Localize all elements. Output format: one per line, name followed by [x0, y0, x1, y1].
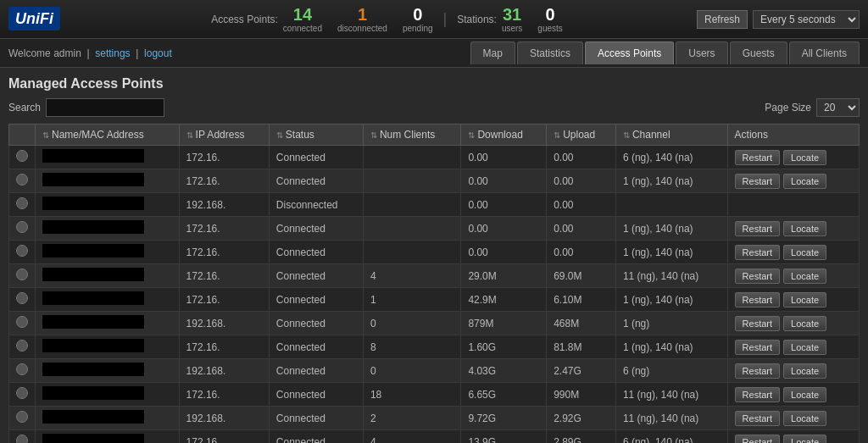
- name-mac-cell: [36, 430, 180, 444]
- upload-cell: 0.00: [547, 217, 616, 241]
- stations-label: Stations:: [457, 14, 497, 25]
- ip-cell: 172.16.: [179, 430, 269, 444]
- locate-button[interactable]: Locate: [783, 174, 826, 189]
- download-cell: 9.72G: [461, 407, 547, 430]
- restart-button[interactable]: Restart: [735, 269, 780, 284]
- restart-button[interactable]: Restart: [735, 340, 780, 355]
- upload-cell: 468M: [547, 312, 616, 335]
- restart-button[interactable]: Restart: [735, 174, 780, 189]
- locate-button[interactable]: Locate: [783, 316, 826, 331]
- tab-map[interactable]: Map: [470, 42, 515, 64]
- locate-button[interactable]: Locate: [783, 435, 826, 444]
- tab-users[interactable]: Users: [676, 42, 727, 64]
- upload-cell: 2.92G: [547, 407, 616, 430]
- status-cell: Connected: [269, 241, 363, 264]
- ap-icon: [16, 150, 28, 162]
- locate-button[interactable]: Locate: [783, 292, 826, 307]
- restart-button[interactable]: Restart: [735, 150, 780, 165]
- restart-button[interactable]: Restart: [735, 387, 780, 402]
- download-cell: 1.60G: [461, 335, 547, 359]
- refresh-area: Refresh Every 5 seconds Every 10 seconds…: [697, 10, 860, 29]
- tab-guests[interactable]: Guests: [730, 42, 787, 64]
- page-size-label: Page Size: [765, 102, 811, 114]
- col-download[interactable]: ⇅Download: [461, 125, 547, 146]
- restart-button[interactable]: Restart: [735, 363, 780, 379]
- num-clients-cell: 4: [363, 430, 461, 444]
- search-input[interactable]: [46, 98, 164, 117]
- tab-all-clients[interactable]: All Clients: [789, 42, 860, 64]
- ap-pending-label: pending: [403, 24, 433, 33]
- status-cell: Connected: [269, 335, 363, 359]
- logout-link[interactable]: logout: [144, 47, 172, 59]
- num-clients-cell: [363, 241, 461, 264]
- col-status[interactable]: ⇅Status: [269, 125, 363, 146]
- locate-button[interactable]: Locate: [783, 387, 826, 402]
- name-mac-redacted: [42, 291, 144, 305]
- restart-button[interactable]: Restart: [735, 221, 780, 236]
- locate-button[interactable]: Locate: [783, 363, 826, 379]
- stations-users-num: 31: [502, 5, 522, 24]
- name-mac-cell: [36, 241, 180, 264]
- row-icon-cell: [9, 312, 36, 335]
- locate-button[interactable]: Locate: [783, 340, 826, 355]
- name-mac-cell: [36, 383, 180, 407]
- settings-link[interactable]: settings: [95, 47, 130, 59]
- channel-cell: 1 (ng), 140 (na): [615, 241, 727, 264]
- locate-button[interactable]: Locate: [783, 221, 826, 236]
- ip-cell: 192.168.: [179, 359, 269, 383]
- refresh-interval-select[interactable]: Every 5 seconds Every 10 seconds Every 3…: [753, 10, 860, 29]
- page-size-area: Page Size 10 20 50 100: [765, 98, 860, 117]
- ap-stats: Access Points: 14 connected 1 disconnect…: [77, 5, 697, 33]
- ap-disconnected-stat: 1 disconnected: [337, 5, 387, 33]
- locate-button[interactable]: Locate: [783, 269, 826, 284]
- upload-cell: 81.8M: [547, 335, 616, 359]
- col-name-mac[interactable]: ⇅Name/MAC Address: [36, 125, 180, 146]
- tab-access-points[interactable]: Access Points: [585, 42, 674, 64]
- channel-cell: 1 (ng), 140 (na): [615, 169, 727, 193]
- channel-cell: 1 (ng), 140 (na): [615, 335, 727, 359]
- ap-disconnected-num: 1: [337, 5, 387, 24]
- table-row: 192.168.Connected0879M468M1 (ng)RestartL…: [9, 312, 860, 335]
- refresh-button[interactable]: Refresh: [697, 10, 748, 29]
- restart-button[interactable]: Restart: [735, 316, 780, 331]
- ap-icon: [16, 174, 28, 186]
- row-icon-cell: [9, 193, 36, 217]
- name-mac-redacted: [42, 268, 144, 281]
- restart-button[interactable]: Restart: [735, 292, 780, 307]
- ap-icon: [16, 197, 28, 209]
- action-buttons: RestartLocate: [735, 340, 852, 355]
- ap-icon: [16, 340, 28, 352]
- restart-button[interactable]: Restart: [735, 245, 780, 260]
- action-buttons: RestartLocate: [735, 221, 852, 236]
- table-row: 192.168.Connected29.72G2.92G11 (ng), 140…: [9, 407, 860, 430]
- row-icon-cell: [9, 217, 36, 241]
- stations-guests-label: guests: [537, 24, 562, 33]
- channel-cell: 11 (ng), 140 (na): [615, 264, 727, 288]
- locate-button[interactable]: Locate: [783, 411, 826, 426]
- download-cell: 0.00: [461, 146, 547, 169]
- restart-button[interactable]: Restart: [735, 411, 780, 426]
- row-icon-cell: [9, 146, 36, 169]
- locate-button[interactable]: Locate: [783, 245, 826, 260]
- page-size-select[interactable]: 10 20 50 100: [816, 98, 860, 117]
- download-cell: 42.9M: [461, 288, 547, 312]
- channel-cell: 1 (ng): [615, 312, 727, 335]
- col-num-clients[interactable]: ⇅Num Clients: [363, 125, 461, 146]
- col-upload[interactable]: ⇅Upload: [547, 125, 616, 146]
- table-row: 172.16.Connected81.60G81.8M1 (ng), 140 (…: [9, 335, 860, 359]
- action-buttons: RestartLocate: [735, 411, 852, 426]
- tab-statistics[interactable]: Statistics: [517, 42, 583, 64]
- row-icon-cell: [9, 288, 36, 312]
- locate-button[interactable]: Locate: [783, 150, 826, 165]
- col-channel[interactable]: ⇅Channel: [615, 125, 727, 146]
- welcome-text: Welcome admin: [8, 47, 81, 59]
- upload-cell: 0.00: [547, 146, 616, 169]
- name-mac-cell: [36, 312, 180, 335]
- col-ip[interactable]: ⇅IP Address: [179, 125, 269, 146]
- upload-cell: 2.47G: [547, 359, 616, 383]
- num-clients-cell: 0: [363, 359, 461, 383]
- num-clients-cell: 8: [363, 335, 461, 359]
- name-mac-redacted: [42, 386, 144, 400]
- ap-icon: [16, 221, 28, 233]
- restart-button[interactable]: Restart: [735, 435, 780, 444]
